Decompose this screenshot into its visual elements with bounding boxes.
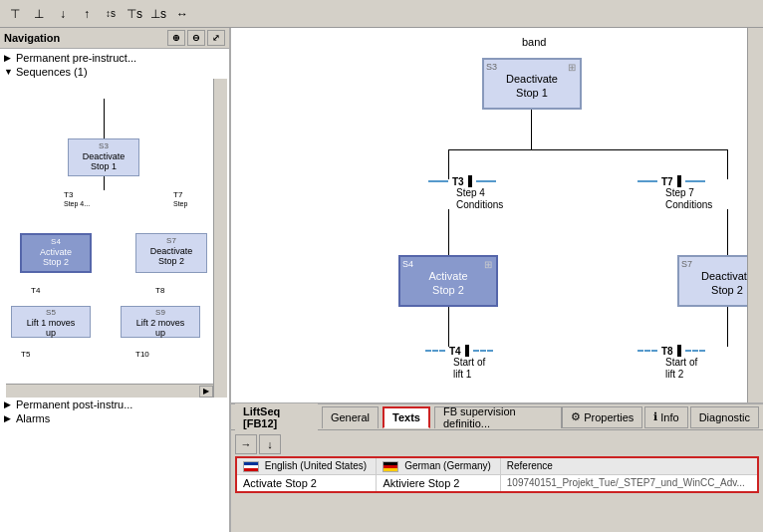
t4-symbol bbox=[465, 345, 469, 357]
mini-s5-num: S5 bbox=[13, 308, 89, 318]
col-english: English (United States) bbox=[236, 457, 377, 474]
mini-s4-num: S4 bbox=[24, 237, 88, 247]
prop-right-tabs: ⚙ Properties ℹ Info Diagnostic bbox=[562, 406, 759, 428]
cell-english[interactable]: Activate Stop 2 bbox=[236, 474, 377, 492]
nav-item-permanent-post[interactable]: ▶ Permanent post-instru... bbox=[2, 398, 227, 411]
mini-s7-num: S7 bbox=[138, 236, 204, 246]
prop-import-btn[interactable]: ↓ bbox=[259, 434, 281, 454]
nav-label-post: Permanent post-instru... bbox=[16, 399, 132, 410]
diagnostic-label: Diagnostic bbox=[699, 411, 750, 423]
mini-s4-block: S4 ActivateStop 2 bbox=[20, 233, 92, 273]
top-toolbar: ⊤ ⊥ ↓ ↑ ↕s ⊤s ⊥s ↔ bbox=[0, 0, 763, 28]
cell-german[interactable]: Aktiviere Stop 2 bbox=[377, 474, 500, 492]
nav-arrow-seq: ▼ bbox=[4, 67, 16, 77]
t4-detail: Start oflift 1 bbox=[453, 357, 493, 379]
sfc-s4-num: S4 bbox=[402, 259, 494, 269]
line-branch bbox=[448, 149, 727, 150]
mini-s9-num: S9 bbox=[123, 308, 198, 318]
t7-detail: Step 7Conditions bbox=[665, 187, 712, 211]
info-icon: ℹ bbox=[653, 410, 657, 423]
prop-toolbar: → ↓ bbox=[235, 432, 759, 456]
mini-t7: T7Step bbox=[173, 190, 187, 208]
mini-t10: T10 bbox=[135, 350, 149, 359]
t8-detail: Start oflift 2 bbox=[665, 357, 705, 379]
mini-t8: T8 bbox=[155, 286, 164, 295]
nav-zoom-out[interactable]: ⊖ bbox=[187, 30, 205, 46]
toolbar-align-8[interactable]: ↔ bbox=[171, 3, 193, 25]
cell-reference: 109740151_Projekt_Tue/_STEP7_und_WinCC_A… bbox=[500, 474, 758, 492]
t3-symbol bbox=[468, 175, 472, 187]
mini-s3-block: S3 DeactivateStop 1 bbox=[68, 138, 139, 176]
mini-diagram: ▶ S3 DeactivateStop 1 T3Step 4... T7Step… bbox=[6, 79, 227, 398]
col-german: German (Germany) bbox=[377, 457, 500, 474]
nav-zoom-in[interactable]: ⊕ bbox=[167, 30, 185, 46]
mini-scroll-right[interactable]: ▶ bbox=[199, 386, 213, 398]
t8-left-line bbox=[637, 350, 657, 352]
tab-fb-label: FB supervision definitio... bbox=[443, 405, 553, 429]
nav-item-sequences[interactable]: ▼ Sequences (1) bbox=[2, 65, 227, 79]
sfc-s4-label: ActivateStop 2 bbox=[402, 269, 494, 298]
toolbar-align-6[interactable]: ⊤s bbox=[124, 3, 145, 25]
tab-general[interactable]: General bbox=[322, 406, 379, 428]
tab-texts[interactable]: Texts bbox=[382, 406, 430, 428]
sfc-s4-grid-icon[interactable]: ⊞ bbox=[484, 259, 492, 270]
toolbar-align-2[interactable]: ⊥ bbox=[28, 3, 50, 25]
nav-arrow-post: ▶ bbox=[4, 399, 16, 409]
nav-arrow-pre: ▶ bbox=[4, 53, 16, 63]
mini-s5-block: S5 Lift 1 movesup bbox=[11, 306, 91, 338]
tab-info[interactable]: ℹ Info bbox=[644, 406, 687, 428]
sfc-s7-num: S7 bbox=[681, 259, 747, 269]
col-english-label: English (United States) bbox=[265, 460, 367, 471]
tab-properties[interactable]: ⚙ Properties bbox=[562, 406, 642, 428]
sfc-t4: T4 Start oflift 1 bbox=[425, 345, 493, 379]
prop-title: LiftSeq [FB12] bbox=[235, 403, 318, 431]
flag-us bbox=[243, 461, 259, 472]
toolbar-align-1[interactable]: ⊤ bbox=[4, 3, 26, 25]
mini-s4-label: ActivateStop 2 bbox=[24, 247, 88, 269]
toolbar-align-3[interactable]: ↓ bbox=[52, 3, 74, 25]
nav-item-permanent-pre[interactable]: ▶ Permanent pre-instruct... bbox=[2, 51, 227, 65]
mini-scrollbar[interactable] bbox=[213, 79, 227, 398]
sfc-s4-block[interactable]: S4 ActivateStop 2 ⊞ bbox=[398, 255, 498, 307]
nav-item-alarms[interactable]: ▶ Alarms bbox=[2, 411, 227, 425]
mini-t5: T5 bbox=[21, 350, 30, 359]
sfc-s3-grid-icon[interactable]: ⊞ bbox=[568, 62, 576, 73]
sfc-t8: T8 Start oflift 2 bbox=[637, 345, 705, 379]
prop-table: English (United States) German (Germany)… bbox=[235, 456, 759, 493]
line-s3-down bbox=[531, 110, 532, 149]
nav-arrow-alarms: ▶ bbox=[4, 413, 16, 423]
tab-diagnostic[interactable]: Diagnostic bbox=[690, 406, 759, 428]
t8-symbol bbox=[677, 345, 681, 357]
prop-content: → ↓ English (United States) bbox=[231, 430, 763, 532]
toolbar-align-4[interactable]: ↑ bbox=[76, 3, 98, 25]
mini-s9-label: Lift 2 movesup bbox=[123, 318, 198, 340]
nav-label-alarms: Alarms bbox=[16, 412, 50, 424]
table-row: Activate Stop 2 Aktiviere Stop 2 1097401… bbox=[236, 474, 758, 492]
mini-hscrollbar[interactable]: ▶ bbox=[6, 384, 213, 398]
line-s4-down bbox=[448, 307, 449, 347]
diagram-scrollbar[interactable] bbox=[747, 28, 763, 402]
tab-general-label: General bbox=[331, 411, 370, 423]
tab-fb-supervision[interactable]: FB supervision definitio... bbox=[434, 406, 562, 428]
toolbar-align-7[interactable]: ⊥s bbox=[147, 3, 169, 25]
prop-export-btn[interactable]: → bbox=[235, 434, 257, 454]
line-to-s4 bbox=[448, 209, 449, 259]
t3-label: T3 bbox=[452, 176, 464, 187]
diagram-area: band S3 DeactivateStop 1 ⊞ bbox=[231, 28, 763, 402]
sfc-s7-block[interactable]: S7 DeactivateStop 2 ⊞ bbox=[677, 255, 747, 307]
right-panel: band S3 DeactivateStop 1 ⊞ bbox=[231, 28, 763, 532]
sfc-s3-block[interactable]: S3 DeactivateStop 1 ⊞ bbox=[482, 58, 582, 110]
col-reference: Reference bbox=[500, 457, 758, 474]
sfc-s3-num: S3 bbox=[486, 62, 578, 72]
t8-right-line bbox=[685, 350, 705, 352]
t4-label: T4 bbox=[449, 346, 461, 357]
mini-t4: T4 bbox=[31, 286, 40, 295]
t4-right-line bbox=[473, 350, 493, 352]
line-right-down bbox=[727, 149, 728, 179]
sfc-t7: T7 Step 7Conditions bbox=[637, 175, 712, 211]
nav-fit[interactable]: ⤢ bbox=[207, 30, 225, 46]
toolbar-align-5[interactable]: ↕s bbox=[100, 3, 122, 25]
t4-left-line bbox=[425, 350, 445, 352]
line-s7-down bbox=[727, 307, 728, 347]
mini-t3: T3Step 4... bbox=[64, 190, 90, 208]
